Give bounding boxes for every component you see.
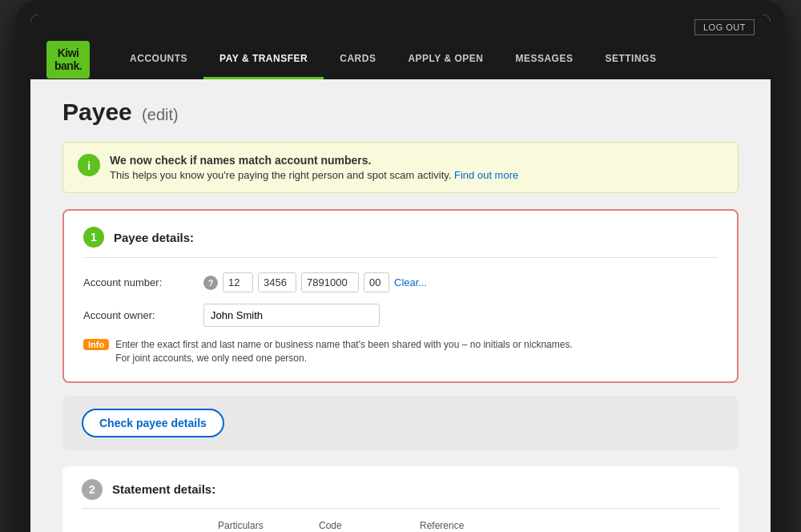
step-badge-1: 1 [83,227,104,248]
account-owner-input[interactable] [203,304,380,327]
acct-field-2[interactable] [258,272,296,292]
reference-group: Reference [420,520,508,532]
logo-kiwi: Kiwi [58,47,79,59]
main-content: Payee (edit) i We now check if names mat… [30,79,771,532]
info-note-text: Enter the exact first and last name or b… [115,338,573,365]
nav-bar: Kiwi bank. ACCOUNTS PAY & TRANSFER CARDS… [30,40,771,79]
check-payee-button[interactable]: Check payee details [82,409,224,437]
account-owner-label: Account owner: [83,309,195,321]
info-banner-body: This helps you know you're paying the ri… [110,169,451,181]
nav-item-messages[interactable]: MESSAGES [499,40,589,79]
logout-button[interactable]: LOG OUT [694,19,755,35]
particulars-label: Particulars [218,520,306,531]
acct-field-1[interactable] [223,272,253,292]
on-statement-label: On your statement (optional) [82,520,210,532]
logo: Kiwi bank. [46,41,90,79]
statement-header: 2 Statement details: [82,479,719,509]
account-number-label: Account number: [83,276,195,288]
acct-field-4[interactable] [364,272,389,292]
nav-item-settings[interactable]: SETTINGS [589,40,672,79]
tablet-screen: LOG OUT Kiwi bank. ACCOUNTS PAY & TRANSF… [30,14,771,532]
nav-item-accounts[interactable]: ACCOUNTS [114,40,203,79]
statement-section: 2 Statement details: On your statement (… [62,466,739,532]
step-badge-2: 2 [82,479,103,500]
reference-label: Reference [420,520,508,531]
tablet-frame: LOG OUT Kiwi bank. ACCOUNTS PAY & TRANSF… [16,0,785,532]
nav-item-cards[interactable]: CARDS [324,40,392,79]
acct-field-3[interactable] [301,272,359,292]
info-banner-heading: We now check if names match account numb… [110,154,518,167]
info-note: Info Enter the exact first and last name… [83,338,718,365]
statement-form-row: On your statement (optional) Particulars… [82,520,719,532]
statement-fields: Particulars Code Reference [218,520,508,532]
particulars-group: Particulars [218,520,306,532]
account-number-row: Account number: ? Clear... [83,272,718,292]
page-title: Payee (edit) [62,99,739,126]
payee-details-title: Payee details: [114,231,194,244]
account-number-fields: ? Clear... [203,272,427,292]
nav-item-pay-transfer[interactable]: PAY & TRANSFER [203,40,324,79]
info-circle-icon: i [78,154,100,176]
section-header: 1 Payee details: [83,227,718,258]
check-area: Check payee details [62,396,739,450]
statement-title: Statement details: [112,482,215,496]
code-group: Code [319,520,407,532]
top-bar: LOG OUT [30,14,771,40]
clear-link[interactable]: Clear... [394,276,427,288]
info-banner: i We now check if names match account nu… [62,142,739,193]
help-icon[interactable]: ? [203,276,218,290]
logo-bank: bank. [54,60,82,72]
code-label: Code [319,520,407,531]
nav-item-apply-open[interactable]: APPLY & OPEN [392,40,499,79]
info-badge: Info [83,339,109,350]
payee-details-section: 1 Payee details: Account number: ? Clear… [62,209,739,383]
info-banner-link[interactable]: Find out more [454,169,518,181]
info-banner-text: We now check if names match account numb… [110,154,518,181]
account-owner-row: Account owner: [83,304,718,327]
nav-items: ACCOUNTS PAY & TRANSFER CARDS APPLY & OP… [114,40,755,79]
